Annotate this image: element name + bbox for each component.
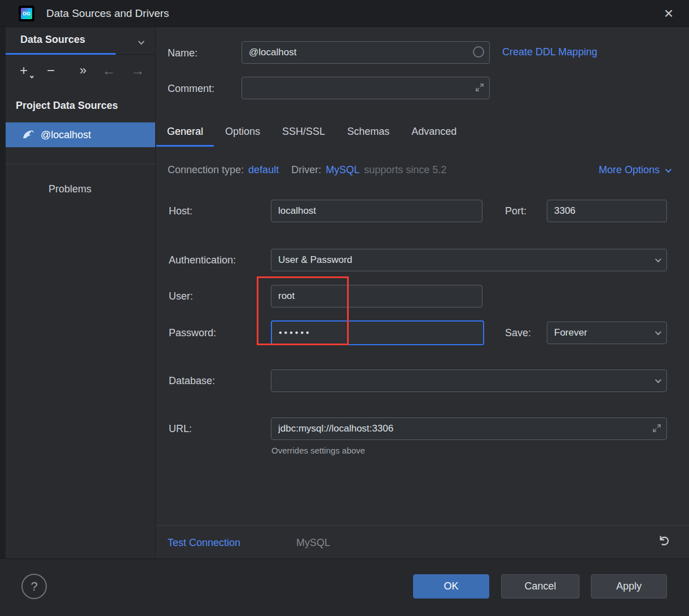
password-input[interactable] [271, 320, 484, 345]
sidebar-toolbar: + − » ← → [6, 55, 155, 90]
user-label: User: [169, 290, 193, 302]
url-input[interactable] [271, 417, 667, 440]
rollback-icon[interactable] [656, 534, 670, 547]
tab-options[interactable]: Options [214, 117, 271, 147]
sidebar-divider [6, 164, 155, 164]
mysql-dolphin-icon [21, 128, 35, 142]
expand-icon[interactable] [652, 424, 661, 433]
connection-type-label: Connection type: [168, 164, 244, 176]
chevron-down-icon [665, 166, 672, 172]
comment-label: Comment: [168, 82, 214, 95]
create-ddl-mapping-link[interactable]: Create DDL Mapping [502, 46, 597, 58]
tab-general[interactable]: General [156, 117, 214, 147]
sidebar-item-problems[interactable]: Problems [49, 183, 91, 195]
chevron-down-icon [655, 329, 661, 335]
name-label: Name: [168, 47, 198, 59]
database-select[interactable] [271, 369, 667, 392]
host-input[interactable] [271, 200, 482, 222]
comment-input[interactable] [242, 77, 490, 99]
more-options-link[interactable]: More Options [599, 164, 670, 176]
window-title: Data Sources and Drivers [46, 0, 169, 27]
dialog-footer: ? OK Cancel Apply [0, 558, 689, 616]
ok-button[interactable]: OK [413, 574, 489, 599]
port-label: Port: [505, 205, 526, 217]
data-sources-dialog: DG Data Sources and Drivers × Data Sourc… [0, 0, 689, 616]
project-data-sources-title: Project Data Sources [16, 100, 118, 112]
tab-bar: General Options SSH/SSL Schemas Advanced [156, 117, 467, 147]
forward-arrow-icon[interactable]: → [130, 63, 146, 78]
url-note: Overrides settings above [271, 446, 365, 455]
chevron-down-icon [655, 256, 661, 262]
save-value: Forever [554, 327, 587, 338]
save-label: Save: [505, 327, 531, 339]
connection-type-row: Connection type: default Driver: MySQL s… [168, 164, 446, 176]
cancel-button[interactable]: Cancel [501, 574, 580, 599]
password-label: Password: [169, 327, 216, 339]
loading-circle-icon [473, 46, 484, 58]
tab-advanced[interactable]: Advanced [401, 117, 467, 147]
back-arrow-icon[interactable]: ← [101, 63, 117, 78]
driver-label: Driver: [291, 164, 321, 176]
sidebar: Data Sources + − » ← → Project Data Sour… [6, 27, 155, 558]
driver-value-link[interactable]: MySQL [326, 164, 359, 176]
port-input[interactable] [547, 200, 667, 222]
host-label: Host: [169, 205, 192, 217]
more-options-label: More Options [599, 164, 660, 176]
sidebar-header[interactable]: Data Sources [6, 27, 155, 55]
chevron-down-icon [655, 377, 661, 383]
expand-icon[interactable] [475, 83, 484, 92]
tab-ssh-ssl[interactable]: SSH/SSL [271, 117, 336, 147]
titlebar: DG Data Sources and Drivers × [0, 0, 689, 27]
driver-name-text: MySQL [296, 537, 330, 549]
sidebar-item-localhost[interactable]: @localhost [6, 122, 155, 147]
datagrip-logo-icon: DG [19, 6, 34, 21]
authentication-select[interactable]: User & Password [271, 249, 667, 271]
save-select[interactable]: Forever [547, 322, 667, 344]
sidebar-header-title: Data Sources [20, 34, 85, 46]
authentication-label: Authentication: [169, 254, 236, 266]
divider [156, 525, 689, 526]
user-input[interactable] [271, 285, 482, 307]
help-button[interactable]: ? [21, 574, 47, 599]
test-connection-link[interactable]: Test Connection [168, 537, 240, 549]
apply-button[interactable]: Apply [591, 574, 667, 599]
sidebar-item-label: @localhost [41, 129, 91, 141]
authentication-value: User & Password [278, 254, 352, 266]
close-icon[interactable]: × [659, 3, 679, 24]
connection-type-value[interactable]: default [248, 164, 279, 176]
remove-icon[interactable]: − [43, 63, 59, 78]
url-label: URL: [169, 423, 192, 435]
show-more-icon[interactable]: » [75, 63, 91, 78]
tab-schemas[interactable]: Schemas [336, 117, 400, 147]
driver-note: supports since 5.2 [364, 164, 446, 176]
name-input[interactable] [242, 41, 490, 64]
chevron-down-icon[interactable] [138, 37, 143, 47]
database-label: Database: [169, 375, 215, 387]
main-panel: Name: Create DDL Mapping Comment: Genera… [156, 27, 689, 558]
